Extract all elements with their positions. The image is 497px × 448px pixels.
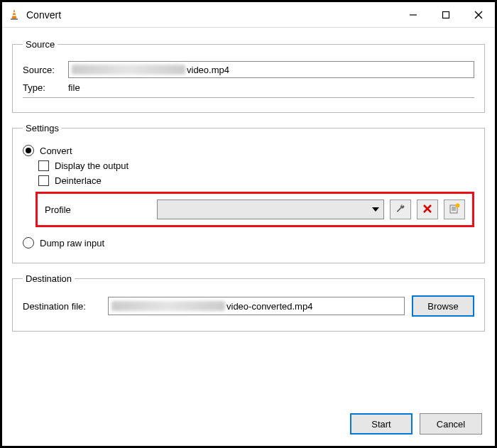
- x-icon: [422, 204, 432, 216]
- cancel-button[interactable]: Cancel: [420, 413, 482, 435]
- convert-dialog: Convert Source Source: video.mp4: [0, 0, 497, 448]
- browse-button[interactable]: Browse: [412, 295, 474, 317]
- dump-raw-label: Dump raw input: [40, 238, 104, 248]
- svg-marker-0: [12, 10, 16, 18]
- checkbox-icon: [38, 175, 49, 186]
- window-title: Convert: [26, 9, 397, 21]
- type-label: Type:: [23, 82, 68, 93]
- svg-rect-1: [13, 12, 16, 13]
- close-button[interactable]: [462, 3, 495, 27]
- maximize-button[interactable]: [430, 3, 462, 27]
- settings-legend: Settings: [23, 123, 62, 133]
- source-legend: Source: [23, 39, 58, 50]
- convert-radio[interactable]: Convert: [23, 145, 474, 156]
- radio-icon: [23, 237, 34, 248]
- profile-label: Profile: [45, 204, 151, 215]
- minimize-button[interactable]: [397, 3, 430, 27]
- source-label: Source:: [23, 65, 68, 75]
- new-profile-button[interactable]: [444, 200, 465, 219]
- profile-row-highlight: Profile: [36, 192, 474, 227]
- profile-dropdown[interactable]: [157, 200, 384, 219]
- dump-raw-radio[interactable]: Dump raw input: [23, 237, 474, 248]
- source-group: Source Source: video.mp4 Type: file: [12, 39, 485, 113]
- svg-point-15: [456, 203, 460, 207]
- cancel-button-label: Cancel: [437, 419, 465, 430]
- destination-label: Destination file:: [23, 301, 108, 312]
- destination-legend: Destination: [23, 273, 75, 284]
- svg-rect-3: [11, 18, 18, 20]
- source-filename: video.mp4: [187, 65, 229, 75]
- redacted-path: [72, 65, 185, 75]
- deinterlace-label: Deinterlace: [55, 175, 102, 186]
- chevron-down-icon: [372, 204, 379, 215]
- wrench-icon: [395, 203, 406, 217]
- display-output-label: Display the output: [55, 160, 129, 171]
- destination-filename: video-converted.mp4: [226, 301, 312, 312]
- type-value: file: [68, 82, 80, 93]
- source-field[interactable]: video.mp4: [68, 61, 474, 78]
- start-button[interactable]: Start: [350, 413, 413, 435]
- radio-icon: [23, 145, 34, 156]
- svg-marker-8: [372, 207, 379, 212]
- checkbox-icon: [38, 160, 49, 171]
- window-controls: [397, 3, 495, 27]
- dialog-footer: Start Cancel: [2, 405, 495, 446]
- destination-group: Destination Destination file: video-conv…: [12, 273, 485, 332]
- titlebar: Convert: [2, 2, 495, 28]
- svg-rect-5: [443, 11, 449, 18]
- list-new-icon: [449, 203, 460, 217]
- deinterlace-checkbox[interactable]: Deinterlace: [38, 175, 474, 186]
- edit-profile-button[interactable]: [390, 200, 411, 219]
- display-output-checkbox[interactable]: Display the output: [38, 160, 474, 171]
- settings-group: Settings Convert Display the output Dein…: [12, 123, 485, 263]
- browse-button-label: Browse: [427, 301, 458, 312]
- destination-field[interactable]: video-converted.mp4: [108, 297, 405, 315]
- convert-radio-label: Convert: [40, 146, 72, 156]
- redacted-path: [111, 301, 225, 311]
- svg-rect-2: [13, 15, 16, 16]
- delete-profile-button[interactable]: [417, 200, 438, 219]
- start-button-label: Start: [371, 419, 390, 430]
- vlc-cone-icon: [8, 9, 21, 21]
